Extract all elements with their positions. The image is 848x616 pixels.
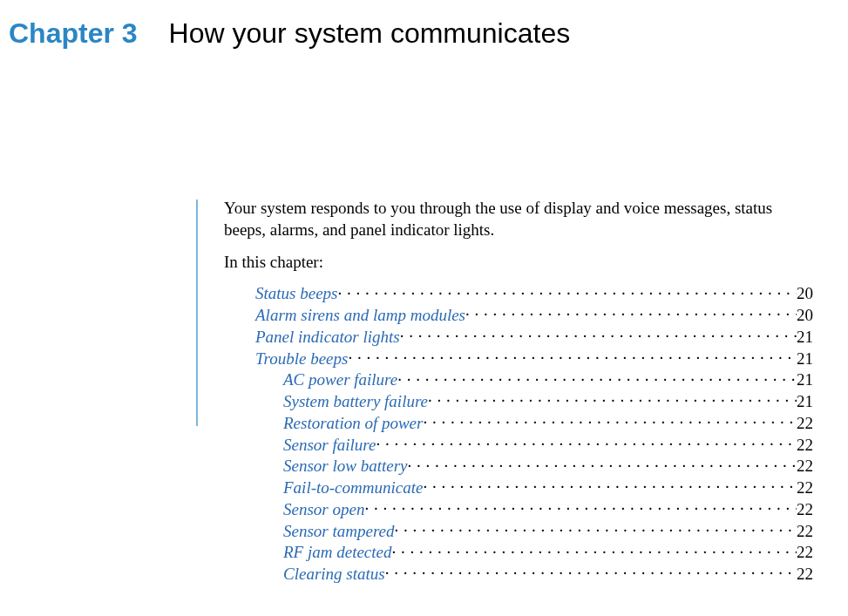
toc-entry-title[interactable]: Sensor tampered <box>283 521 395 542</box>
body-block: Your system responds to you through the … <box>196 198 813 585</box>
toc-entry-page: 21 <box>797 349 813 369</box>
toc-entry-page: 22 <box>797 456 813 477</box>
toc-entry-title[interactable]: Restoration of power <box>283 413 423 434</box>
toc-entry-title[interactable]: Status beeps <box>255 283 337 304</box>
toc-leader-dots <box>423 412 797 429</box>
toc-row: Restoration of power22 <box>283 412 813 434</box>
toc-entry-title[interactable]: System battery failure <box>283 391 428 412</box>
toc-entry-page: 22 <box>797 413 813 434</box>
chapter-header: Chapter 3 How your system communicates <box>9 17 813 50</box>
toc-entry-page: 21 <box>797 327 813 348</box>
toc-entry-page: 22 <box>797 435 813 456</box>
toc-entry-title[interactable]: Clearing status <box>283 564 385 585</box>
toc-entry-page: 20 <box>797 283 813 304</box>
toc-entry-page: 22 <box>797 564 813 585</box>
toc-row: Trouble beeps21 <box>255 348 813 369</box>
toc-row: Sensor open22 <box>283 498 813 520</box>
toc-entry-page: 21 <box>797 369 813 390</box>
toc-entry-title[interactable]: Sensor failure <box>283 435 376 456</box>
toc-entry-page: 22 <box>797 499 813 520</box>
chapter-title: How your system communicates <box>169 17 571 50</box>
toc-leader-dots <box>376 434 797 450</box>
toc-row: Clearing status22 <box>283 563 813 585</box>
toc-entry-title[interactable]: AC power failure <box>283 369 397 390</box>
toc-leader-dots <box>423 477 797 493</box>
toc-leader-dots <box>395 520 797 537</box>
toc-leader-dots <box>408 455 797 471</box>
in-this-chapter-label: In this chapter: <box>224 253 813 272</box>
toc-entry-page: 22 <box>797 542 813 563</box>
toc-row: Sensor failure22 <box>283 434 813 456</box>
toc-entry-title[interactable]: Sensor open <box>283 499 364 520</box>
toc-entry-page: 20 <box>797 305 813 326</box>
toc-row: Status beeps20 <box>255 282 813 304</box>
toc-entry-page: 21 <box>797 391 813 412</box>
toc-leader-dots <box>385 563 797 579</box>
toc-leader-dots <box>397 369 797 385</box>
toc-row: RF jam detected22 <box>283 541 813 563</box>
toc-leader-dots <box>428 390 797 407</box>
toc-entry-page: 22 <box>797 477 813 498</box>
toc-leader-dots <box>400 326 797 342</box>
toc-leader-dots <box>364 498 797 515</box>
toc-entry-title[interactable]: Alarm sirens and lamp modules <box>255 305 465 326</box>
toc-entry-title[interactable]: Fail-to-communicate <box>283 477 423 498</box>
toc-row: Alarm sirens and lamp modules20 <box>255 304 813 326</box>
toc-leader-dots <box>392 541 797 558</box>
toc-row: Panel indicator lights21 <box>255 326 813 348</box>
toc-leader-dots <box>465 304 797 321</box>
toc-row: Fail-to-communicate22 <box>283 477 813 498</box>
toc-row: System battery failure21 <box>283 390 813 412</box>
toc-leader-dots <box>348 348 797 364</box>
intro-paragraph: Your system responds to you through the … <box>224 198 813 240</box>
chapter-label: Chapter 3 <box>9 17 138 50</box>
toc-row: Sensor low battery22 <box>283 455 813 477</box>
toc-entry-title[interactable]: Panel indicator lights <box>255 327 400 348</box>
toc-entry-page: 22 <box>797 521 813 542</box>
toc-list: Status beeps20Alarm sirens and lamp modu… <box>255 282 813 585</box>
toc-entry-title[interactable]: Sensor low battery <box>283 456 408 477</box>
toc-entry-title[interactable]: RF jam detected <box>283 542 392 563</box>
toc-entry-title[interactable]: Trouble beeps <box>255 349 348 369</box>
side-rule <box>196 200 198 426</box>
toc-leader-dots <box>337 282 797 299</box>
toc-row: AC power failure21 <box>283 369 813 390</box>
toc-row: Sensor tampered22 <box>283 520 813 542</box>
